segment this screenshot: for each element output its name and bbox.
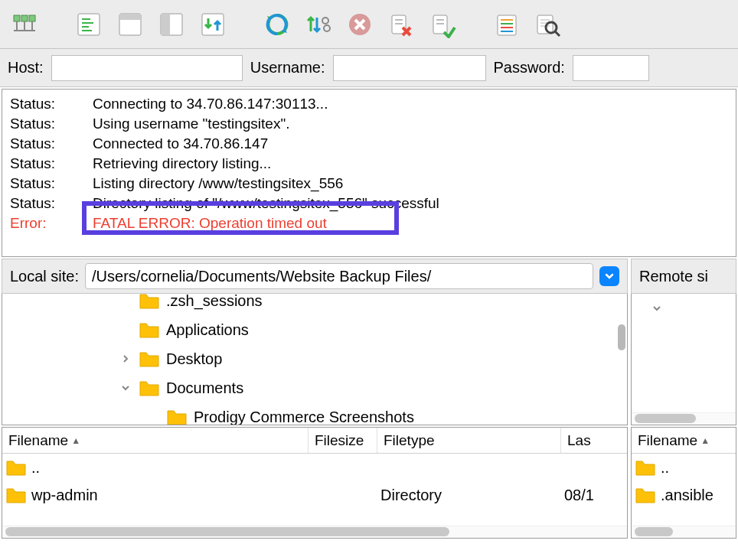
log-entry: Error:FATAL ERROR: Operation timed out — [10, 213, 728, 233]
process-queue-button[interactable] — [300, 6, 337, 43]
toggle-log-button[interactable] — [70, 6, 107, 43]
disconnect-button[interactable] — [383, 6, 420, 43]
tree-item[interactable]: Applications — [2, 315, 627, 344]
reconnect-button[interactable] — [424, 6, 461, 43]
remote-path-bar: Remote si — [631, 259, 736, 294]
file-row[interactable]: .. — [2, 454, 627, 481]
svg-rect-7 — [78, 14, 100, 35]
host-label: Host: — [8, 59, 44, 77]
col-filetype[interactable]: Filetype — [377, 428, 561, 453]
toggle-remote-tree-button[interactable] — [153, 6, 190, 43]
toggle-queue-button[interactable] — [194, 6, 231, 43]
svg-rect-2 — [29, 15, 35, 21]
svg-point-17 — [322, 18, 328, 24]
tree-item[interactable]: .zsh_sessions — [2, 294, 627, 315]
svg-rect-26 — [498, 15, 516, 35]
svg-rect-1 — [21, 15, 28, 21]
svg-rect-31 — [537, 15, 553, 34]
svg-rect-15 — [161, 14, 170, 35]
disclosure-icon[interactable] — [119, 354, 132, 363]
disclosure-icon[interactable] — [119, 383, 132, 392]
log-entry: Status:Listing directory /www/testingsit… — [10, 174, 728, 194]
svg-rect-13 — [119, 14, 141, 20]
tree-item[interactable]: Documents — [2, 373, 627, 402]
username-input[interactable] — [333, 55, 486, 81]
file-row[interactable]: .. — [632, 454, 736, 481]
log-entry: Status:Connected to 34.70.86.147 — [10, 134, 728, 154]
local-site-label: Local site: — [10, 268, 79, 285]
col-lastmod[interactable]: Las — [561, 428, 627, 453]
refresh-button[interactable] — [259, 6, 296, 43]
quickconnect-bar: Host: Username: Password: — [0, 49, 738, 87]
tree-item-label: .zsh_sessions — [166, 294, 263, 310]
file-row[interactable]: .ansible — [632, 481, 736, 509]
log-entry: Status:Using username "testingsitex". — [10, 114, 728, 134]
local-tree[interactable]: .zsh_sessionsApplicationsDesktopDocument… — [2, 294, 628, 425]
password-input[interactable] — [573, 55, 649, 81]
host-input[interactable] — [51, 55, 243, 81]
remote-tree-hscroll[interactable] — [635, 414, 696, 423]
tree-item-label: Documents — [166, 379, 243, 397]
local-path-dropdown[interactable] — [599, 266, 619, 286]
local-path-bar: Local site: — [2, 259, 628, 294]
remote-tree-disclosure[interactable] — [650, 304, 664, 313]
remote-site-label: Remote si — [639, 268, 708, 285]
remote-file-hscroll[interactable] — [635, 527, 673, 536]
sort-asc-icon: ▲ — [700, 435, 710, 446]
toggle-local-tree-button[interactable] — [112, 6, 149, 43]
main-toolbar — [0, 0, 738, 49]
remote-file-list[interactable]: Filename ▲ ...ansible — [631, 427, 736, 539]
file-row[interactable]: wp-adminDirectory08/1 — [2, 481, 627, 509]
local-file-hscroll[interactable] — [5, 527, 449, 536]
password-label: Password: — [494, 59, 565, 77]
tree-item-label: Prodigy Commerce Screenshots — [194, 409, 414, 426]
log-entry: Status:Directory listing of "/www/testin… — [10, 194, 728, 213]
tree-item-label: Desktop — [166, 350, 222, 368]
tree-item[interactable]: Desktop — [2, 344, 627, 373]
svg-point-18 — [324, 25, 330, 31]
search-button[interactable] — [530, 6, 567, 43]
message-log: Status:Connecting to 34.70.86.147:30113.… — [2, 89, 736, 257]
log-entry: Status:Connecting to 34.70.86.147:30113.… — [10, 94, 728, 114]
log-entry: Status:Retrieving directory listing... — [10, 154, 728, 174]
file-filter-button[interactable] — [488, 6, 525, 43]
local-tree-scrollbar[interactable] — [618, 324, 625, 350]
username-label: Username: — [250, 59, 325, 77]
col-filename[interactable]: Filename ▲ — [2, 428, 309, 453]
svg-rect-0 — [14, 15, 20, 21]
svg-line-36 — [555, 31, 560, 36]
tree-item-label: Applications — [166, 321, 249, 339]
sort-asc-icon: ▲ — [71, 435, 80, 446]
col-filesize[interactable]: Filesize — [309, 428, 377, 453]
cancel-button[interactable] — [341, 6, 378, 43]
site-manager-button[interactable] — [6, 6, 43, 43]
local-path-input[interactable] — [85, 263, 593, 289]
tree-item[interactable]: Prodigy Commerce Screenshots — [2, 402, 627, 425]
local-file-list[interactable]: Filename ▲ Filesize Filetype Las ..wp-ad… — [2, 427, 628, 539]
remote-tree[interactable] — [631, 294, 736, 425]
remote-col-filename[interactable]: Filename ▲ — [632, 428, 736, 453]
